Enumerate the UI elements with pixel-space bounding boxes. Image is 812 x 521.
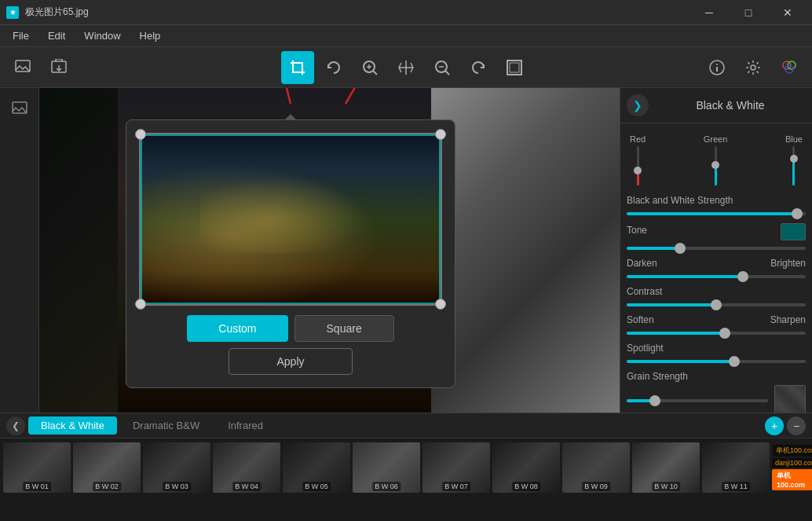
menu-edit[interactable]: Edit xyxy=(38,27,75,45)
tone-row: Tone xyxy=(627,223,806,250)
film-label-4: B W 04 xyxy=(232,482,261,491)
toolbar-center: Crop xyxy=(281,51,531,84)
tone-slider[interactable] xyxy=(627,247,806,250)
darken-thumb[interactable] xyxy=(737,271,748,282)
film-item-3[interactable]: B W 03 xyxy=(143,442,210,493)
spotlight-slider[interactable] xyxy=(627,360,806,363)
right-bw-area xyxy=(431,88,620,413)
tone-thumb[interactable] xyxy=(675,243,686,254)
zoom-in-button[interactable] xyxy=(353,51,386,84)
tab-dramatic-bw[interactable]: Dramatic B&W xyxy=(120,416,212,435)
toolbar-left xyxy=(6,51,75,84)
tone-label: Tone xyxy=(627,225,647,236)
film-item-10[interactable]: B W 10 xyxy=(632,442,700,493)
square-crop-button[interactable]: Square xyxy=(294,315,394,342)
green-slider-track[interactable] xyxy=(715,146,717,185)
menu-bar: File Edit Window Help xyxy=(0,25,812,47)
grain-thumb[interactable] xyxy=(649,395,660,406)
pan-button[interactable] xyxy=(390,51,422,84)
close-button[interactable]: ✕ xyxy=(770,0,806,25)
film-label-10: B W 10 xyxy=(652,482,680,491)
bw-strength-slider[interactable] xyxy=(627,212,806,215)
film-item-7[interactable]: B W 07 xyxy=(422,442,490,493)
film-label-8: B W 08 xyxy=(512,482,540,491)
export-button[interactable] xyxy=(42,51,75,84)
menu-file[interactable]: File xyxy=(3,27,38,45)
tab-infrared[interactable]: Infrared xyxy=(215,416,276,435)
grain-slider-wrap xyxy=(627,393,768,409)
crop-mode-buttons: Custom Square xyxy=(139,315,442,342)
contrast-row: Contrast xyxy=(627,286,806,306)
film-item-11[interactable]: B W 11 xyxy=(702,442,770,493)
image-view-button[interactable] xyxy=(6,51,39,84)
film-item-2[interactable]: B W 02 xyxy=(73,442,141,493)
rotate-button[interactable] xyxy=(317,51,350,84)
soften-fill xyxy=(627,332,725,335)
custom-crop-button[interactable]: Custom xyxy=(187,315,287,342)
settings-button[interactable] xyxy=(737,51,770,84)
panel-collapse-button[interactable]: ❯ xyxy=(627,94,649,116)
sidebar-tool-1[interactable] xyxy=(5,94,35,124)
film-item-8[interactable]: B W 08 xyxy=(492,442,560,493)
remove-filter-button[interactable]: − xyxy=(787,416,806,435)
soften-label: Soften xyxy=(627,314,654,325)
tabs-chevron-button[interactable]: ❮ xyxy=(6,416,25,435)
darken-slider[interactable] xyxy=(627,275,806,278)
film-item-5[interactable]: B W 05 xyxy=(283,442,350,493)
crop-handle-tl[interactable] xyxy=(135,129,146,140)
red-thumb[interactable] xyxy=(634,167,642,174)
bw-strength-thumb[interactable] xyxy=(792,208,803,219)
blue-thumb[interactable] xyxy=(790,155,798,163)
apply-btn-container: Apply xyxy=(139,348,442,375)
canvas-area[interactable]: Custom Square Apply xyxy=(39,88,620,413)
toolbar-right xyxy=(700,51,806,84)
film-item-6[interactable]: B W 06 xyxy=(353,442,420,493)
crop-handle-bl[interactable] xyxy=(135,299,146,310)
frame-button[interactable] xyxy=(498,51,531,84)
spotlight-thumb[interactable] xyxy=(729,356,740,367)
effects-button[interactable] xyxy=(773,51,806,84)
spotlight-row: Spotlight xyxy=(627,343,806,363)
grain-row: Grain Strength xyxy=(627,371,806,413)
add-filter-button[interactable]: + xyxy=(765,416,784,435)
contrast-thumb[interactable] xyxy=(711,299,722,310)
tone-color-box[interactable] xyxy=(781,223,806,240)
panel-title: Black & White xyxy=(655,99,806,112)
redo-button[interactable] xyxy=(462,51,495,84)
green-thumb[interactable] xyxy=(711,161,719,169)
zoom-out-button[interactable] xyxy=(426,51,459,84)
minimize-button[interactable]: ─ xyxy=(691,0,727,25)
film-item-9[interactable]: B W 09 xyxy=(562,442,630,493)
menu-window[interactable]: Window xyxy=(75,27,130,45)
soften-sharpen-labels: Soften Sharpen xyxy=(627,314,806,325)
darken-fill xyxy=(627,275,743,278)
left-dark-area xyxy=(39,88,118,413)
red-slider-track[interactable] xyxy=(637,146,639,185)
soften-slider[interactable] xyxy=(627,332,806,335)
crop-overlay[interactable] xyxy=(141,134,441,304)
blue-slider-track[interactable] xyxy=(792,146,795,185)
film-item-4[interactable]: B W 04 xyxy=(213,442,280,493)
crop-handle-tr[interactable] xyxy=(435,129,446,140)
grain-slider[interactable] xyxy=(627,399,768,402)
spotlight-label: Spotlight xyxy=(627,343,806,354)
crop-tool-button[interactable]: Crop xyxy=(281,51,314,84)
menu-help[interactable]: Help xyxy=(130,27,170,45)
watermark-area: 单机100.com danji100.com 单机100.com xyxy=(772,445,812,490)
svg-point-8 xyxy=(716,64,718,65)
soften-thumb[interactable] xyxy=(719,328,730,339)
info-button[interactable] xyxy=(700,51,733,84)
tone-fill xyxy=(627,247,680,250)
film-item-1[interactable]: B W 01 xyxy=(3,442,71,493)
crop-handle-br[interactable] xyxy=(435,299,446,310)
brighten-label: Brighten xyxy=(770,258,806,269)
darken-brighten-row: Darken Brighten xyxy=(627,258,806,278)
svg-rect-6 xyxy=(510,63,519,72)
main-content: Custom Square Apply ❯ Black & White Red xyxy=(0,88,812,413)
right-panel-content: Red Green Blue xyxy=(620,123,812,413)
tab-black-white[interactable]: Black & White xyxy=(28,416,117,435)
restore-button[interactable]: □ xyxy=(730,0,766,25)
film-label-3: B W 03 xyxy=(163,482,191,491)
apply-button[interactable]: Apply xyxy=(229,348,352,375)
contrast-slider[interactable] xyxy=(627,303,806,306)
